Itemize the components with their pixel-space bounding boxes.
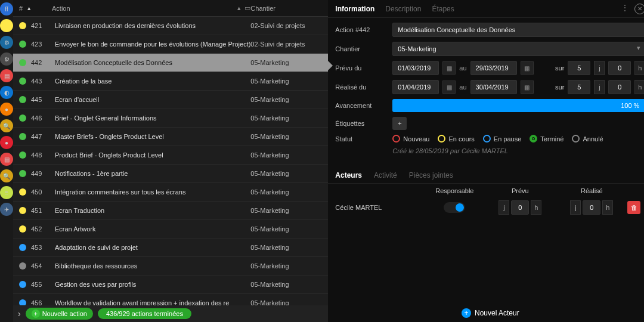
realise-days-field[interactable] [568,80,590,94]
status-radio[interactable]: Nouveau [392,135,429,143]
table-row[interactable]: 446Brief - Onglet General Informations05… [13,109,328,128]
rows-container: 421Livraison en production des dernières… [13,17,328,305]
new-action-button[interactable]: +Nouvelle action [26,308,93,320]
row-action: Bibliotheque des ressources [55,262,250,270]
tab-activite[interactable]: Activité [374,171,397,179]
rail-icon[interactable]: ≡ [0,186,13,199]
status-radio[interactable]: En cours [438,135,474,143]
prevu-hours-field[interactable] [608,61,631,75]
table-row[interactable]: 451Ecran Traduction05-Marketing [13,202,328,220]
tab-information[interactable]: Information [335,5,374,13]
row-number: 450 [31,188,55,196]
created-meta: Créé le 28/05/2019 par Cécile MARTEL [392,147,644,154]
add-tag-button[interactable]: + [392,117,407,130]
table-row[interactable]: 447Master Briefs - Onglets Product Level… [13,128,328,146]
col-number[interactable]: #▲ [19,5,52,12]
detail-tabs: Information Description Étapes ⋮ ✕ [328,0,644,18]
tab-etapes[interactable]: Étapes [432,5,454,13]
realise-to-field[interactable] [470,80,517,94]
rail-icon[interactable]: ▤ [0,69,13,82]
status-dot [19,133,26,140]
rail-icon[interactable]: ff [0,2,13,16]
row-chantier: 05-Marketing [250,225,322,233]
row-action: Envoyer le bon de commande pour les évol… [55,41,250,48]
table-row[interactable]: 442Modélisation Conceptuelle des Données… [13,54,328,72]
responsable-toggle[interactable] [444,202,465,213]
action-title-field[interactable] [392,23,644,37]
calendar-icon[interactable]: ▦ [442,61,456,75]
status-radio[interactable]: En pause [483,135,521,143]
status-dot [19,207,26,214]
tab-pieces[interactable]: Pièces jointes [409,171,453,179]
table-row[interactable]: 456Workflow de validation avant impressi… [13,294,328,305]
rail-icon[interactable]: ⚙ [0,52,13,66]
status-radio[interactable]: Annulé [572,135,603,143]
table-row[interactable]: 455Gestion des vues par profils05-Market… [13,275,328,294]
realise-from-field[interactable] [392,80,439,94]
row-number: 445 [31,96,55,103]
prevu-days-field[interactable] [568,61,590,75]
rail-icon[interactable]: ▤ [0,153,13,166]
col-action[interactable]: Action▴▭ [52,4,250,12]
table-row[interactable]: 449Notifications - 1ère partie05-Marketi… [13,165,328,183]
rail-icon[interactable]: ◐ [0,86,13,99]
rail-icon[interactable]: ● [0,103,13,116]
row-chantier: 05-Marketing [250,299,322,305]
rail-icon[interactable]: ⚙ [0,36,13,49]
table-row[interactable]: 445Ecran d'accueil05-Marketing [13,91,328,109]
table-row[interactable]: 453Adaptation de suivi de projet05-Marke… [13,239,328,257]
plus-icon: + [462,308,471,318]
calendar-icon[interactable]: ▦ [521,61,534,75]
rail-icon[interactable]: ✈ [0,203,13,216]
status-radio[interactable]: Terminé [530,135,564,143]
label-etiquettes: Étiquettes [335,120,388,127]
rail-icon[interactable] [0,19,13,32]
status-dot [19,281,26,288]
rail-icon[interactable]: 🔍 [0,169,13,182]
calendar-icon[interactable]: ▦ [521,80,534,94]
detail-footer: + Nouvel Acteur [328,304,644,322]
calendar-icon[interactable]: ▦ [442,80,456,94]
table-row[interactable]: 423Envoyer le bon de commande pour les é… [13,35,328,54]
progress-badge: 436/929 actions terminées [98,308,191,319]
row-number: 452 [31,225,55,233]
tab-description[interactable]: Description [385,5,421,13]
new-actor-button[interactable]: Nouvel Acteur [475,309,519,317]
status-dot [19,59,26,66]
table-row[interactable]: 443Création de la base05-Marketing [13,72,328,91]
prevu-from-field[interactable] [392,61,439,75]
table-row[interactable]: 450Intégration commentaires sur tous les… [13,183,328,202]
rail-icon[interactable]: ● [0,136,13,149]
status-dot [19,188,26,196]
row-chantier: 05-Marketing [250,59,322,66]
delete-actor-button[interactable]: 🗑 [627,201,640,214]
row-chantier: 05-Marketing [250,96,322,103]
row-number: 449 [31,170,55,177]
row-action: Master Briefs - Onglets Product Level [55,133,250,140]
row-chantier: 05-Marketing [250,188,322,196]
actor-prevu-field[interactable] [511,200,529,215]
table-row[interactable]: 454Bibliotheque des ressources05-Marketi… [13,257,328,275]
actor-realise-field[interactable] [583,200,600,215]
table-row[interactable]: 421Livraison en production des dernières… [13,17,328,35]
realise-hours-field[interactable] [608,80,631,94]
actor-tabs: Acteurs Activité Pièces jointes [328,165,644,184]
chantier-select[interactable] [392,42,644,56]
close-icon[interactable]: ✕ [634,4,644,14]
table-row[interactable]: 448Product Brief - Onglets Product Level… [13,146,328,165]
label-avancement: Avancement [335,102,388,109]
status-dot [19,96,26,103]
prevu-to-field[interactable] [470,61,517,75]
rail-icon[interactable]: 🔍 [0,119,13,132]
detail-form: Action #442 Chantier Prévu du ▦ au ▦ sur… [328,18,644,159]
chevron-right-icon[interactable]: › [18,309,21,318]
row-number: 421 [31,22,55,29]
tab-acteurs[interactable]: Acteurs [335,171,362,179]
row-number: 455 [31,281,55,288]
col-chantier[interactable]: Chantier [250,5,322,12]
selection-arrow-icon [328,61,333,70]
progress-bar[interactable]: 100 % [392,99,644,112]
actor-header: Responsable Prévu Réalisé [328,184,644,198]
table-row[interactable]: 452Ecran Artwork05-Marketing [13,220,328,239]
more-icon[interactable]: ⋮ [621,4,628,14]
